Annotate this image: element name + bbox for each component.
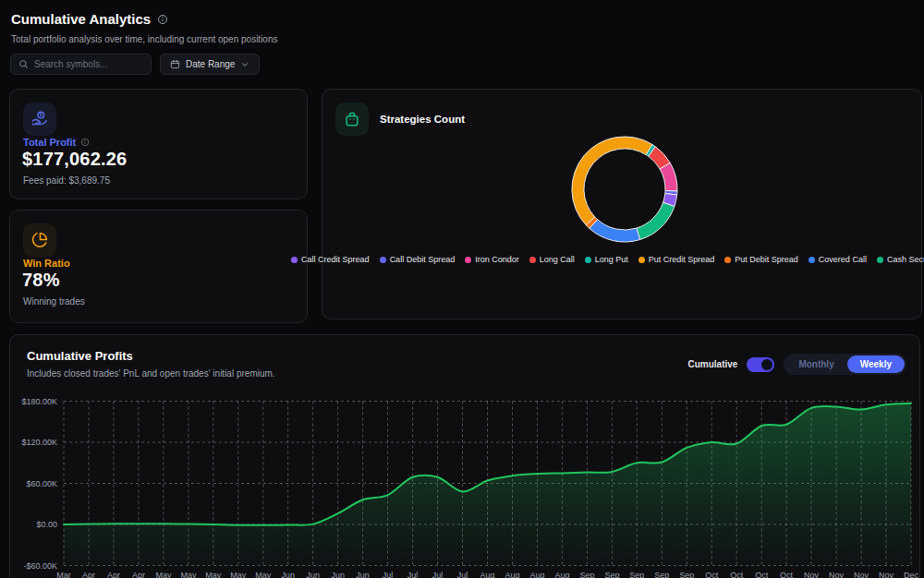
search-box[interactable] — [10, 54, 152, 75]
x-axis-label: Nov — [804, 571, 820, 578]
x-axis-label: Aug — [505, 571, 519, 578]
legend-item[interactable]: Call Credit Spread — [291, 255, 370, 264]
win-ratio-card: Win Ratio 78% Winning trades — [9, 210, 308, 323]
y-axis-tick: $60.00K — [26, 479, 57, 488]
x-axis-label: Mar — [56, 571, 71, 578]
x-axis-label: Jul — [457, 571, 468, 578]
x-axis-label: Jul — [432, 571, 444, 578]
x-axis-label: Jun — [281, 571, 295, 578]
x-axis-label: May — [155, 571, 172, 578]
legend-dot — [291, 257, 298, 263]
info-icon[interactable] — [80, 138, 90, 147]
x-axis-label: Sep — [604, 571, 619, 578]
hand-coin-icon: $ — [30, 110, 49, 128]
legend-dot — [529, 257, 536, 263]
y-axis-tick: $120.00K — [21, 438, 57, 447]
fees-paid-note: Fees paid: $3,689.75 — [23, 175, 110, 186]
legend-label: Put Debit Spread — [735, 255, 798, 264]
donut-segment[interactable] — [660, 163, 677, 192]
x-axis-label: Oct — [780, 571, 794, 578]
x-axis-label: Nov — [854, 571, 869, 578]
x-axis-label: Oct — [730, 571, 744, 578]
legend-item[interactable]: Long Put — [585, 255, 628, 264]
pie-chart-icon — [30, 231, 49, 249]
x-axis-label: Sep — [629, 571, 644, 578]
legend-label: Call Debit Spread — [390, 255, 456, 264]
x-axis-label: Sep — [579, 571, 594, 578]
legend-label: Cash Secured Put — [887, 255, 924, 264]
search-icon — [18, 59, 29, 69]
x-axis-label: Nov — [879, 571, 894, 578]
donut-segment[interactable] — [572, 137, 652, 225]
page-title-text: Cumulative Analytics — [11, 11, 151, 27]
win-ratio-tile — [23, 223, 56, 257]
page-subtitle: Total portfolio analysis over time, incl… — [11, 34, 278, 44]
x-axis-label: Jul — [407, 571, 419, 578]
win-ratio-label-row: Win Ratio — [23, 258, 70, 269]
chevron-down-icon — [240, 60, 249, 69]
total-profit-card: $ Total Profit $177,062.26 Fees paid: $3… — [9, 89, 308, 199]
x-axis-label: May — [230, 571, 247, 578]
x-axis-label: Oct — [705, 571, 719, 578]
x-axis-label: Sep — [679, 571, 694, 578]
x-axis-label: Aug — [554, 571, 569, 578]
legend-dot — [465, 257, 471, 263]
x-axis-label: Jul — [383, 571, 394, 578]
donut-segment[interactable] — [590, 220, 640, 242]
x-axis-label: Apr — [82, 571, 95, 578]
date-range-button[interactable]: Date Range — [160, 54, 260, 75]
legend-label: Long Put — [595, 255, 628, 264]
win-ratio-value: 78% — [22, 270, 60, 291]
toolbar: Date Range — [10, 54, 260, 75]
date-range-label: Date Range — [186, 59, 235, 69]
info-icon[interactable] — [157, 14, 168, 25]
winning-trades-note: Winning trades — [23, 296, 85, 307]
legend-dot — [877, 257, 883, 263]
calendar-icon — [170, 59, 180, 69]
total-profit-label-row: Total Profit — [23, 137, 90, 148]
legend-item[interactable]: Cash Secured Put — [877, 255, 924, 264]
legend-label: Covered Call — [819, 255, 867, 264]
x-axis-label: Jun — [306, 571, 320, 578]
x-axis-label: Aug — [480, 571, 494, 578]
legend-dot — [808, 257, 815, 263]
legend-label: Put Credit Spread — [649, 255, 715, 264]
x-axis-label: Jun — [331, 571, 345, 578]
x-axis-label: Sep — [654, 571, 669, 578]
legend-dot — [585, 257, 591, 263]
legend-dot — [724, 257, 731, 263]
win-ratio-label: Win Ratio — [23, 258, 70, 269]
legend-item[interactable]: Put Debit Spread — [724, 255, 798, 264]
strategies-donut-chart[interactable] — [322, 90, 923, 251]
search-input[interactable] — [34, 59, 143, 69]
y-axis-tick: $180.00K — [21, 397, 57, 406]
page-title: Cumulative Analytics — [11, 11, 168, 27]
svg-text:$: $ — [40, 112, 43, 117]
legend-item[interactable]: Long Call — [529, 255, 575, 264]
x-axis-label: Nov — [829, 571, 845, 578]
legend-dot — [380, 257, 386, 263]
x-axis-label: Oct — [755, 571, 769, 578]
legend-item[interactable]: Covered Call — [808, 255, 867, 264]
y-axis-tick: $0.00 — [36, 520, 57, 529]
total-profit-value: $177,062.26 — [22, 149, 127, 170]
legend-item[interactable]: Put Credit Spread — [638, 255, 715, 264]
legend-dot — [638, 257, 645, 263]
cumulative-profits-chart[interactable]: $180.00K$120.00K$60.00K$0.00-$60.00KMarA… — [10, 335, 921, 578]
donut-legend: Call Credit SpreadCall Debit SpreadIron … — [322, 255, 923, 264]
legend-item[interactable]: Call Debit Spread — [380, 255, 456, 264]
x-axis-label: Dec — [904, 571, 919, 578]
x-axis-label: Apr — [107, 571, 120, 578]
x-axis-label: Aug — [529, 571, 544, 578]
legend-item[interactable]: Iron Condor — [465, 255, 519, 264]
donut-segment[interactable] — [637, 202, 675, 239]
strategies-count-card: Strategies Count Call Credit SpreadCall … — [322, 89, 922, 319]
x-axis-label: May — [180, 571, 197, 578]
x-axis-label: Jun — [356, 571, 370, 578]
x-axis-label: May — [205, 571, 222, 578]
x-axis-label: May — [255, 571, 272, 578]
x-axis-label: Apr — [132, 571, 145, 578]
y-axis-tick: -$60.00K — [23, 561, 57, 571]
area-fill — [64, 403, 911, 566]
legend-label: Iron Condor — [475, 255, 519, 264]
